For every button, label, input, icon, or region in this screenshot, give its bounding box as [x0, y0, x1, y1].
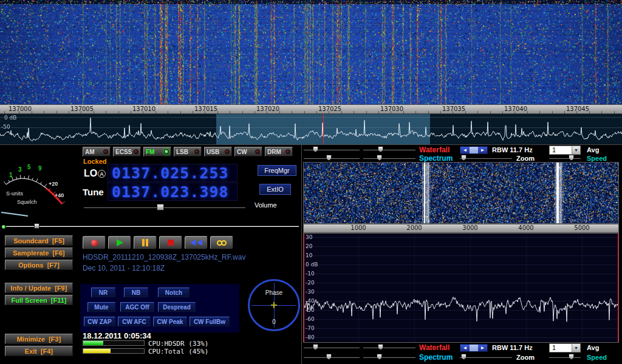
slider-thumb[interactable]: [377, 354, 382, 360]
cw-zap-button[interactable]: CW ZAP: [84, 317, 115, 326]
nb-button[interactable]: NB: [124, 288, 148, 297]
spectrum-lower-slider-2[interactable]: [363, 354, 415, 360]
soundcard-button[interactable]: Soundcard[F5]: [5, 235, 73, 246]
record-icon: [91, 240, 98, 246]
pause-button[interactable]: [134, 236, 157, 249]
zoom-label-2: Zoom: [516, 354, 535, 362]
volume-slider[interactable]: [84, 204, 245, 211]
db-axis-label: -20: [306, 280, 315, 286]
slider-thumb[interactable]: [569, 155, 574, 161]
spin-track[interactable]: [470, 345, 478, 351]
speed-slider-2[interactable]: [549, 354, 581, 360]
mode-button-row: AM ECSS FM LSB USB CW DRM: [83, 147, 293, 157]
options-button[interactable]: Options[F7]: [5, 260, 73, 270]
loop-button[interactable]: [210, 236, 233, 249]
slider-thumb[interactable]: [326, 155, 332, 161]
phase-scope: Phase 0: [248, 279, 300, 331]
slider-thumb[interactable]: [326, 354, 332, 360]
volume-slider-thumb[interactable]: [157, 204, 164, 211]
soundcard-label: Soundcard: [13, 237, 48, 244]
cw-peak-button[interactable]: CW Peak: [153, 317, 187, 326]
mode-drm-button[interactable]: DRM: [265, 147, 293, 157]
slider-thumb[interactable]: [461, 155, 466, 161]
stop-button[interactable]: [159, 236, 182, 249]
cw-fullbw-button[interactable]: CW FullBw: [190, 317, 230, 326]
mute-button[interactable]: Mute: [87, 302, 115, 312]
mode-fm-button[interactable]: FM: [143, 147, 171, 157]
mode-ecss-label: ECSS: [115, 149, 132, 155]
main-spectrum-display[interactable]: 0 dB -50: [0, 114, 622, 144]
slider-thumb[interactable]: [378, 344, 383, 350]
spin-right-icon[interactable]: ►: [478, 147, 487, 153]
notch-button[interactable]: Notch: [158, 288, 190, 297]
spin-left-icon[interactable]: ◄: [460, 147, 470, 153]
combo-dropdown-icon[interactable]: ▼: [572, 146, 580, 154]
zoom-slider[interactable]: [460, 155, 512, 161]
waterfall-upper-slider-2[interactable]: [304, 344, 360, 351]
avg-combo-2[interactable]: 1▼: [549, 343, 581, 352]
slider-thumb[interactable]: [378, 146, 383, 152]
agc-button[interactable]: AGC Off: [120, 302, 154, 312]
record-button[interactable]: [83, 236, 106, 249]
spin-left-icon[interactable]: ◄: [460, 345, 470, 351]
despread-button[interactable]: Despread: [158, 302, 196, 312]
mode-am-button[interactable]: AM: [83, 147, 111, 157]
zoom-slider-2[interactable]: [460, 354, 512, 360]
slider-thumb[interactable]: [313, 344, 318, 350]
spectrum-upper-slider-2[interactable]: [304, 354, 360, 360]
mode-led-icon: [164, 149, 169, 154]
mode-lsb-button[interactable]: LSB: [174, 147, 202, 157]
spin-right-icon[interactable]: ►: [478, 345, 487, 351]
rf-waterfall-display[interactable]: [304, 163, 618, 223]
lo-frequency-display[interactable]: 0137.025.253: [108, 164, 238, 182]
mode-ecss-button[interactable]: ECSS: [113, 147, 141, 157]
slider-thumb[interactable]: [313, 146, 318, 152]
lo-a-badge-icon[interactable]: A: [98, 170, 106, 178]
mode-cw-button[interactable]: CW: [234, 147, 262, 157]
extio-button[interactable]: ExtIO: [259, 184, 291, 195]
waterfall-spin-control[interactable]: ◄►: [460, 146, 488, 154]
db-axis-label: -30: [306, 289, 315, 295]
mode-usb-button[interactable]: USB: [204, 147, 232, 157]
spectrum-upper-slider[interactable]: [304, 155, 360, 161]
rf-frequency-scale[interactable]: 1000 2000 3000 4000 5000: [303, 224, 619, 233]
stop-icon: [168, 240, 174, 246]
tune-frequency-display[interactable]: 0137.023.398: [108, 183, 238, 201]
avg-combo[interactable]: 1▼: [549, 146, 581, 155]
nr-button[interactable]: NR: [91, 288, 115, 297]
main-waterfall-display[interactable]: [0, 0, 622, 104]
speed-slider[interactable]: [549, 155, 581, 161]
cpu-total-bar-fill: [83, 349, 111, 353]
slider-thumb[interactable]: [569, 354, 574, 360]
s-meter: 1 3 5 9 +20 +40 S-units Squelch: [1, 146, 75, 223]
spin-track[interactable]: [470, 147, 478, 153]
combo-dropdown-icon[interactable]: ▼: [572, 344, 580, 352]
fullscreen-button[interactable]: Full Screen[F11]: [5, 295, 73, 305]
squelch-slider[interactable]: [6, 223, 299, 230]
rewind-icon: [197, 240, 202, 246]
waterfall-label: Waterfall: [419, 146, 449, 154]
waterfall-lower-slider[interactable]: [363, 146, 415, 153]
squelch-slider-thumb[interactable]: [34, 223, 39, 229]
waterfall-lower-slider-2[interactable]: [363, 344, 415, 351]
main-frequency-ruler[interactable]: 137000 137005 137010 137015 137020 13702…: [0, 104, 622, 114]
smeter-scale-40: +40: [55, 192, 64, 198]
ruler-label: 137025: [312, 106, 348, 113]
freqmgr-button[interactable]: FreqMgr: [258, 165, 296, 176]
rewind-button[interactable]: [185, 236, 208, 249]
samplerate-button[interactable]: Samplerate[F6]: [5, 248, 73, 258]
mode-led-icon: [285, 149, 290, 154]
info-update-button[interactable]: Info / Update[F9]: [5, 283, 73, 293]
spectrum-lower-slider[interactable]: [363, 155, 415, 161]
play-button[interactable]: [108, 236, 131, 249]
exit-button[interactable]: Exit[F4]: [5, 346, 73, 356]
waterfall-upper-slider[interactable]: [304, 146, 360, 153]
cw-afc-button[interactable]: CW AFC: [118, 317, 151, 326]
waterfall-spin-control-2[interactable]: ◄►: [460, 344, 488, 352]
slider-thumb[interactable]: [377, 155, 382, 161]
rf-scale-label: 1000: [343, 224, 374, 232]
minimize-button[interactable]: Minimize[F3]: [5, 334, 73, 344]
mode-fm-label: FM: [146, 149, 154, 155]
rf-spectrum-display[interactable]: [304, 234, 618, 342]
slider-thumb[interactable]: [461, 354, 466, 360]
